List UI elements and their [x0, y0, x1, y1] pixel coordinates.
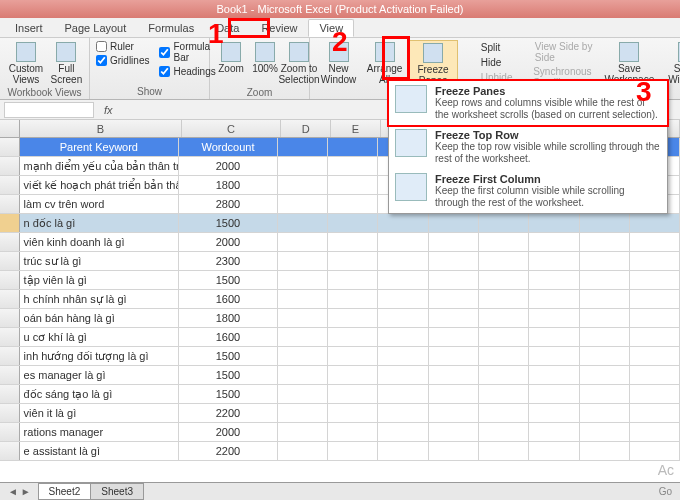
custom-views-button[interactable]: Custom Views — [6, 40, 46, 87]
cell-wordcount[interactable]: 1600 — [179, 290, 278, 308]
row-header[interactable] — [0, 366, 20, 384]
table-row[interactable]: inh hướng đối tượng là gì1500 — [0, 347, 680, 366]
cell-keyword[interactable]: oán bán hàng là gì — [20, 309, 179, 327]
cell-wordcount[interactable]: 1500 — [179, 366, 278, 384]
row-header[interactable] — [0, 328, 20, 346]
sheet-tab-2[interactable]: Sheet2 — [38, 483, 92, 500]
zoomsel-icon — [289, 42, 309, 62]
table-row[interactable]: es manager là gì1500 — [0, 366, 680, 385]
hide-button[interactable]: Hide — [466, 55, 513, 69]
cell-wordcount[interactable]: 1500 — [179, 347, 278, 365]
row-header[interactable] — [0, 309, 20, 327]
cell-keyword[interactable]: tập viên là gì — [20, 271, 179, 289]
row-header[interactable] — [0, 404, 20, 422]
select-all-corner[interactable] — [0, 120, 20, 137]
row-header[interactable] — [0, 195, 20, 213]
tab-formulas[interactable]: Formulas — [137, 19, 205, 37]
cell-keyword[interactable]: viên it là gì — [20, 404, 179, 422]
table-row[interactable]: u cơ khí là gì1600 — [0, 328, 680, 347]
freeze-first-col-item[interactable]: Freeze First ColumnKeep the first column… — [389, 169, 667, 213]
header-wordcount[interactable]: Wordcount — [179, 138, 278, 156]
row-header[interactable] — [0, 347, 20, 365]
col-header-b[interactable]: B — [20, 120, 182, 137]
cell-keyword[interactable]: viên kinh doanh là gì — [20, 233, 179, 251]
freeze-top-icon — [395, 129, 427, 157]
cell-keyword[interactable]: inh hướng đối tượng là gì — [20, 347, 179, 365]
freeze-icon — [423, 43, 443, 63]
cell-keyword[interactable]: rations manager — [20, 423, 179, 441]
cell-wordcount[interactable]: 1600 — [179, 328, 278, 346]
full-screen-button[interactable]: Full Screen — [50, 40, 83, 87]
row-header[interactable] — [0, 290, 20, 308]
cell-keyword[interactable]: làm cv trên word — [20, 195, 179, 213]
cell-wordcount[interactable]: 1800 — [179, 309, 278, 327]
cell-keyword[interactable]: e assistant là gì — [20, 442, 179, 460]
cell-keyword[interactable]: viết kế hoạch phát triển bản thân trong … — [20, 176, 179, 194]
split-button[interactable]: Split — [466, 40, 513, 54]
sheet-tab-3[interactable]: Sheet3 — [90, 483, 144, 500]
tab-page-layout[interactable]: Page Layout — [54, 19, 138, 37]
cell-keyword[interactable]: es manager là gì — [20, 366, 179, 384]
cell-wordcount[interactable]: 2000 — [179, 233, 278, 251]
annotation-3: 3 — [636, 76, 652, 108]
group-label-show: Show — [96, 86, 203, 97]
cell-keyword[interactable]: u cơ khí là gì — [20, 328, 179, 346]
cell-keyword[interactable]: trúc sư là gì — [20, 252, 179, 270]
row-header[interactable] — [0, 252, 20, 270]
header-parent-keyword[interactable]: Parent Keyword — [20, 138, 179, 156]
cell-wordcount[interactable]: 1500 — [179, 214, 278, 232]
zoom-100-button[interactable]: 100% — [250, 40, 280, 76]
gridlines-checkbox[interactable]: Gridlines — [96, 54, 149, 67]
name-box[interactable] — [4, 102, 94, 118]
table-row[interactable]: trúc sư là gì2300 — [0, 252, 680, 271]
cell-wordcount[interactable]: 1500 — [179, 271, 278, 289]
table-row[interactable]: đốc sáng tạo là gì1500 — [0, 385, 680, 404]
row-header[interactable] — [0, 271, 20, 289]
cell-wordcount[interactable]: 2300 — [179, 252, 278, 270]
cell-keyword[interactable]: n đốc là gì — [20, 214, 179, 232]
cell-wordcount[interactable]: 1500 — [179, 385, 278, 403]
cell-keyword[interactable]: h chính nhân sự là gì — [20, 290, 179, 308]
row-header[interactable] — [0, 214, 20, 232]
freeze-top-row-item[interactable]: Freeze Top RowKeep the top row visible w… — [389, 125, 667, 169]
sidebyside-icon — [522, 46, 531, 58]
table-row[interactable]: oán bán hàng là gì1800 — [0, 309, 680, 328]
col-header-c[interactable]: C — [182, 120, 282, 137]
title-bar: Book1 - Microsoft Excel (Product Activat… — [0, 0, 680, 18]
sheet-tabs: ◄ ► Sheet2 Sheet3 Go — [0, 482, 680, 500]
tab-review[interactable]: Review — [250, 19, 308, 37]
freeze-panes-dropdown: Freeze PanesKeep rows and columns visibl… — [388, 80, 668, 214]
row-header[interactable] — [0, 423, 20, 441]
freeze-panes-item[interactable]: Freeze PanesKeep rows and columns visibl… — [387, 79, 669, 127]
cell-keyword[interactable]: mạnh điểm yếu của bản thân trong cv — [20, 157, 179, 175]
fx-label[interactable]: fx — [98, 104, 119, 116]
row-header[interactable] — [0, 442, 20, 460]
cell-keyword[interactable]: đốc sáng tạo là gì — [20, 385, 179, 403]
cell-wordcount[interactable]: 1800 — [179, 176, 278, 194]
cell-wordcount[interactable]: 2200 — [179, 404, 278, 422]
row-header[interactable] — [0, 233, 20, 251]
activate-text: Ac — [658, 462, 674, 478]
row-header[interactable] — [0, 138, 20, 156]
cell-wordcount[interactable]: 2000 — [179, 423, 278, 441]
table-row[interactable]: tập viên là gì1500 — [0, 271, 680, 290]
cell-wordcount[interactable]: 2800 — [179, 195, 278, 213]
ruler-checkbox[interactable]: Ruler — [96, 40, 149, 53]
table-row[interactable]: n đốc là gì1500 — [0, 214, 680, 233]
row-header[interactable] — [0, 157, 20, 175]
table-row[interactable]: h chính nhân sự là gì1600 — [0, 290, 680, 309]
hide-icon — [466, 56, 478, 68]
cell-wordcount[interactable]: 2000 — [179, 157, 278, 175]
zoom100-icon — [255, 42, 275, 62]
tab-insert[interactable]: Insert — [4, 19, 54, 37]
row-header[interactable] — [0, 385, 20, 403]
cell-wordcount[interactable]: 2200 — [179, 442, 278, 460]
annotation-2: 2 — [332, 26, 348, 58]
table-row[interactable]: rations manager2000 — [0, 423, 680, 442]
views-icon — [16, 42, 36, 62]
table-row[interactable]: viên it là gì2200 — [0, 404, 680, 423]
table-row[interactable]: e assistant là gì2200 — [0, 442, 680, 461]
headings-checkbox[interactable]: Headings — [159, 65, 215, 78]
row-header[interactable] — [0, 176, 20, 194]
table-row[interactable]: viên kinh doanh là gì2000 — [0, 233, 680, 252]
